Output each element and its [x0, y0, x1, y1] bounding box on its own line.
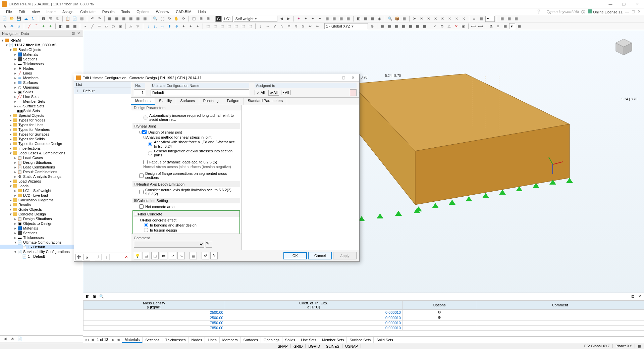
- list-add-button[interactable]: ➕: [75, 254, 82, 260]
- axis-tool-3[interactable]: ⤩: [433, 16, 439, 22]
- tool-m[interactable]: ▦: [499, 16, 505, 22]
- tree-types-concrete[interactable]: ▸Types for Concrete Design: [0, 141, 83, 146]
- nav-pin-button[interactable]: ⊡: [71, 31, 75, 36]
- assigned-surfaces[interactable]: ▱ All: [268, 90, 279, 96]
- tab-std-params[interactable]: Standard Parameters: [244, 98, 287, 105]
- col-coeff-thexp[interactable]: Coeff. of Th. Exp. α [1/°C]: [225, 301, 402, 310]
- tree-load-wizards[interactable]: ▸Load Wizards: [0, 179, 83, 184]
- tool-l[interactable]: ◉: [377, 16, 383, 22]
- check-btn3[interactable]: ⚠: [446, 23, 452, 29]
- draw-arc[interactable]: ⌒: [33, 23, 39, 29]
- auto-inc-radio[interactable]: [143, 115, 148, 120]
- move-button[interactable]: ✥: [9, 23, 15, 29]
- view6-button[interactable]: ▦: [142, 16, 148, 22]
- tool-j[interactable]: ▦: [363, 16, 369, 22]
- tree-result-combos[interactable]: ▸📋Result Combinations: [0, 169, 83, 174]
- menu-assign[interactable]: Assign: [59, 9, 77, 14]
- mem-tool[interactable]: ═: [96, 23, 102, 29]
- page-first[interactable]: ⏮: [85, 338, 90, 342]
- draw-q[interactable]: ✦: [47, 23, 53, 29]
- tree-results[interactable]: ▸Results: [0, 202, 83, 207]
- load-tool-3[interactable]: ⇊: [159, 23, 165, 29]
- fc-bend-shear[interactable]: [144, 223, 148, 227]
- tree-cd-sc[interactable]: ▾📄Serviceability Configurations: [0, 249, 83, 254]
- foot-btn4[interactable]: ▭: [160, 252, 167, 259]
- table-button[interactable]: ▤: [79, 16, 85, 22]
- tree-types-nodes[interactable]: ▸Types for Nodes: [0, 118, 83, 122]
- del-btn[interactable]: ✕: [453, 23, 459, 29]
- list-dup-button[interactable]: ⎘: [84, 254, 90, 260]
- menu-insert[interactable]: Insert: [43, 9, 59, 14]
- tree-design-sit[interactable]: ▸📋Design Situations: [0, 160, 83, 165]
- grid-btn3[interactable]: ▦: [393, 23, 399, 29]
- minimize-button[interactable]: —: [604, 0, 617, 8]
- tool-h[interactable]: ▦: [345, 16, 351, 22]
- tree-imperfections[interactable]: ▸Imperfections: [0, 146, 83, 151]
- cube-btn[interactable]: ▣: [460, 23, 466, 29]
- sel-tool-5[interactable]: ⬚: [233, 23, 239, 29]
- data-table[interactable]: Mass Density ρ [kg/m³] Coeff. of Th. Exp…: [83, 300, 644, 336]
- load-tool-4[interactable]: ⇟: [166, 23, 172, 29]
- flange-check[interactable]: [139, 173, 144, 178]
- draw-line[interactable]: ╱: [26, 23, 32, 29]
- load-tool-5[interactable]: ⤋: [173, 23, 179, 29]
- foot-reset-button[interactable]: ↺: [202, 252, 209, 259]
- tab-fatigue[interactable]: Fatigue: [223, 98, 244, 105]
- tree-loads[interactable]: ▾Loads: [0, 184, 83, 188]
- select-button[interactable]: ⬉: [2, 23, 8, 29]
- net-concrete-check[interactable]: [139, 204, 144, 209]
- calc-btn1[interactable]: ⚗: [488, 23, 494, 29]
- solid-tool[interactable]: ▣: [117, 23, 123, 29]
- grid-btn1[interactable]: ▦: [379, 23, 385, 29]
- axis-tool-1[interactable]: ⤧: [419, 16, 425, 22]
- tbl-btn2[interactable]: ▣: [92, 294, 98, 300]
- tool-k[interactable]: ▦: [370, 16, 376, 22]
- calc-btn3[interactable]: ▦: [502, 23, 508, 29]
- save-button[interactable]: 💾: [16, 16, 22, 22]
- load-tool-2[interactable]: ↓↓: [152, 23, 158, 29]
- mem-tool-3[interactable]: ▦: [72, 23, 78, 29]
- comment-edit-button[interactable]: ✎: [206, 241, 212, 248]
- tree-lines[interactable]: ▸╱Lines: [0, 71, 83, 76]
- tree-types-lines[interactable]: ▸Types for Lines: [0, 122, 83, 127]
- tree-root[interactable]: ▾RFEM: [0, 38, 83, 43]
- sel-tool-7[interactable]: ⬚: [247, 23, 253, 29]
- cs-dropdown[interactable]: 1 - Global XYZ▾: [324, 23, 368, 29]
- dim-btn2[interactable]: ⟷: [478, 23, 484, 29]
- menu-tools[interactable]: Tools: [118, 9, 133, 14]
- tool-c[interactable]: ✦: [310, 16, 316, 22]
- sel-tool-1[interactable]: ⬚: [205, 23, 211, 29]
- tree-thicknesses[interactable]: ▸▬Thicknesses: [0, 61, 83, 66]
- menu-calculate[interactable]: Calculate: [77, 9, 99, 14]
- tool-g[interactable]: ▦: [338, 16, 344, 22]
- tab-stability[interactable]: Stability: [155, 98, 176, 105]
- tree-lc1[interactable]: ▸LC1 - Self weight: [0, 188, 83, 193]
- grid-btn6[interactable]: ▦: [415, 23, 421, 29]
- tool-b[interactable]: ✦: [303, 16, 309, 22]
- lc-prev-button[interactable]: ◀: [278, 16, 284, 22]
- tree-load-combos[interactable]: ▸📋Load Combinations: [0, 165, 83, 169]
- draw-p[interactable]: ✦: [40, 23, 46, 29]
- nadl-check[interactable]: [139, 190, 144, 194]
- lc-name-dropdown[interactable]: Self weight▾: [234, 16, 277, 22]
- dialog-max-button[interactable]: ▢: [339, 74, 348, 81]
- tab-linesets[interactable]: Line Sets: [298, 337, 319, 343]
- tool-n[interactable]: ▦: [506, 16, 512, 22]
- apply-button[interactable]: Apply: [333, 252, 357, 259]
- list-item[interactable]: 1 Default: [74, 88, 131, 94]
- snap-toggle[interactable]: SNAP: [275, 344, 291, 348]
- comment-select[interactable]: [134, 241, 204, 248]
- tree-types-solids[interactable]: ▸Types for Solids: [0, 137, 83, 141]
- wf-tool[interactable]: ▦: [478, 16, 484, 22]
- view1-button[interactable]: ▦: [107, 16, 113, 22]
- ed-tool-5[interactable]: ⤧: [286, 23, 292, 29]
- sj-method-analytical[interactable]: [148, 142, 152, 146]
- ed-tool-8[interactable]: ↩: [307, 23, 313, 29]
- arrow-tool[interactable]: ➤: [412, 16, 418, 22]
- node-tool[interactable]: •: [82, 23, 88, 29]
- tree-cd-ds[interactable]: ▸📋Design Situations: [0, 216, 83, 221]
- split2-button[interactable]: ⊞: [198, 16, 204, 22]
- mem-tool-1[interactable]: ◧: [58, 23, 64, 29]
- ed-tool-3[interactable]: ⤢: [272, 23, 278, 29]
- menu-results[interactable]: Results: [99, 9, 118, 14]
